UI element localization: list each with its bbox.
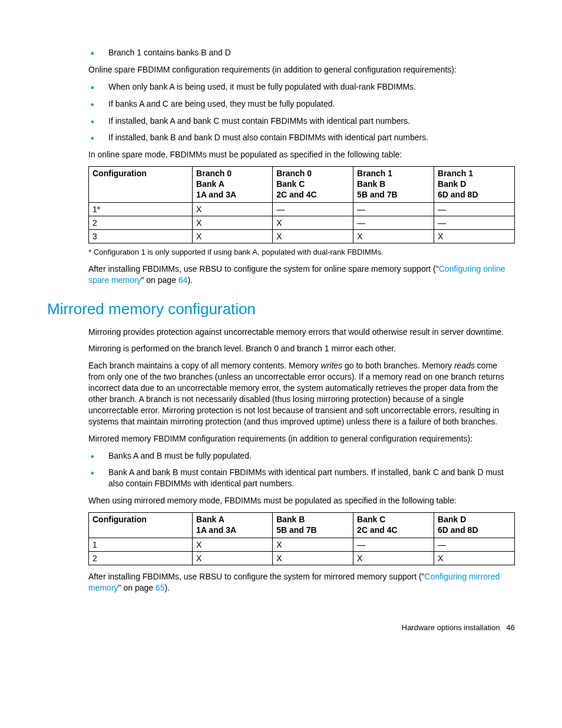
header-line: Bank C bbox=[276, 179, 349, 189]
table-cell: — bbox=[434, 538, 515, 552]
bullet-list: Branch 1 contains banks B and D bbox=[88, 47, 515, 58]
content-block: Mirroring provides protection against un… bbox=[88, 327, 515, 594]
table-header: Bank D 6D and 8D bbox=[434, 513, 515, 538]
table-cell: X bbox=[273, 538, 353, 552]
header-line: Bank B bbox=[357, 179, 430, 189]
table-cell: 1 bbox=[89, 538, 193, 552]
text: After installing FBDIMMs, use RBSU to co… bbox=[88, 264, 439, 274]
online-spare-table: Configuration Branch 0 Bank A 1A and 3A … bbox=[88, 166, 515, 243]
list-item: Bank A and bank B must contain FBDIMMs w… bbox=[88, 467, 515, 489]
header-line: 5B and 7B bbox=[357, 190, 430, 199]
paragraph: Online spare FBDIMM configuration requir… bbox=[88, 64, 515, 75]
header-line: Bank B bbox=[276, 515, 349, 524]
table-cell: 2 bbox=[89, 552, 193, 565]
text: " on page bbox=[118, 583, 156, 592]
bullet-list: When only bank A is being used, it must … bbox=[88, 81, 515, 144]
table-cell: X bbox=[434, 552, 515, 565]
list-item: If installed, bank B and bank D must als… bbox=[88, 132, 515, 143]
text: ). bbox=[187, 275, 193, 285]
page-ref-link[interactable]: 64 bbox=[178, 275, 188, 285]
table-cell: X bbox=[273, 230, 353, 243]
table-row: 1* X — — — bbox=[89, 203, 515, 216]
list-item: Branch 1 contains banks B and D bbox=[88, 47, 515, 58]
table-header: Branch 0 Bank A 1A and 3A bbox=[193, 167, 273, 203]
table-cell: 3 bbox=[89, 230, 193, 243]
table-cell: 1* bbox=[89, 203, 193, 216]
italic-text: reads bbox=[454, 361, 475, 370]
header-line: Branch 1 bbox=[357, 169, 430, 178]
page-footer: Hardware options installation 46 bbox=[47, 623, 515, 632]
paragraph: In online spare mode, FBDIMMs must be po… bbox=[88, 149, 515, 160]
bullet-list: Banks A and B must be fully populated. B… bbox=[88, 450, 515, 490]
table-header: Branch 1 Bank B 5B and 7B bbox=[353, 167, 434, 203]
document-page: Branch 1 contains banks B and D Online s… bbox=[0, 0, 562, 655]
text: " on page bbox=[141, 275, 178, 285]
table-cell: — bbox=[273, 203, 353, 216]
table-cell: — bbox=[353, 538, 434, 552]
text: come from only one of the two branches (… bbox=[88, 361, 504, 426]
header-line: 6D and 8D bbox=[438, 190, 511, 199]
table-row: 2 X X X X bbox=[89, 552, 515, 565]
table-header: Branch 1 Bank D 6D and 8D bbox=[434, 167, 515, 203]
table-header: Configuration bbox=[89, 167, 193, 203]
table-cell: X bbox=[353, 230, 434, 243]
list-item: When only bank A is being used, it must … bbox=[88, 81, 515, 93]
paragraph: Each branch maintains a copy of all memo… bbox=[88, 360, 515, 427]
table-cell: — bbox=[434, 203, 515, 216]
table-header: Branch 0 Bank C 2C and 4C bbox=[273, 167, 353, 203]
table-header: Bank A 1A and 3A bbox=[193, 513, 273, 538]
paragraph: After installing FBDIMMs, use RBSU to co… bbox=[88, 571, 515, 594]
list-item: If installed, bank A and bank C must con… bbox=[88, 116, 515, 127]
table-cell: X bbox=[273, 552, 353, 565]
table-cell: X bbox=[193, 230, 273, 243]
text: ). bbox=[165, 583, 170, 592]
header-line: Bank A bbox=[196, 515, 269, 524]
table-cell: — bbox=[353, 203, 434, 216]
header-line: Bank A bbox=[196, 179, 269, 189]
table-header: Bank C 2C and 4C bbox=[353, 513, 434, 538]
table-cell: X bbox=[273, 216, 353, 230]
table-cell: X bbox=[193, 538, 273, 552]
table-cell: 2 bbox=[89, 216, 193, 230]
content-block: Branch 1 contains banks B and D Online s… bbox=[88, 47, 515, 286]
mirrored-memory-table: Configuration Bank A 1A and 3A Bank B 5B… bbox=[88, 512, 515, 565]
paragraph: Mirrored memory FBDIMM configuration req… bbox=[88, 433, 515, 444]
table-row: 1 X X — — bbox=[89, 538, 515, 552]
paragraph: After installing FBDIMMs, use RBSU to co… bbox=[88, 263, 515, 286]
text: Each branch maintains a copy of all memo… bbox=[88, 361, 321, 370]
text: After installing FBDIMMs, use RBSU to co… bbox=[88, 572, 425, 581]
paragraph: Mirroring is performed on the branch lev… bbox=[88, 343, 515, 354]
section-title-mirrored-memory: Mirrored memory configuration bbox=[47, 300, 515, 318]
list-item: If banks A and C are being used, they mu… bbox=[88, 98, 515, 110]
header-line: Configuration bbox=[92, 169, 189, 178]
table-cell: X bbox=[193, 216, 273, 230]
header-line: 1A and 3A bbox=[196, 525, 269, 535]
footer-section-text: Hardware options installation bbox=[402, 623, 500, 632]
header-line: 2C and 4C bbox=[357, 525, 430, 535]
header-line: 2C and 4C bbox=[276, 190, 349, 199]
header-line: Bank D bbox=[438, 515, 511, 524]
table-cell: — bbox=[353, 216, 434, 230]
header-line: 1A and 3A bbox=[196, 190, 269, 199]
header-line: Branch 0 bbox=[196, 169, 269, 178]
table-header: Bank B 5B and 7B bbox=[273, 513, 353, 538]
header-line: 5B and 7B bbox=[276, 525, 349, 535]
footer-page-number: 46 bbox=[507, 623, 515, 632]
header-line: Bank D bbox=[438, 179, 511, 189]
paragraph: Mirroring provides protection against un… bbox=[88, 327, 515, 338]
table-row: 3 X X X X bbox=[89, 230, 515, 243]
table-cell: X bbox=[434, 230, 515, 243]
table-header-row: Configuration Branch 0 Bank A 1A and 3A … bbox=[89, 167, 515, 203]
table-row: 2 X X — — bbox=[89, 216, 515, 230]
table-note: * Configuration 1 is only supported if u… bbox=[88, 247, 515, 258]
paragraph: When using mirrored memory mode, FBDIMMs… bbox=[88, 495, 515, 506]
table-header-row: Configuration Bank A 1A and 3A Bank B 5B… bbox=[89, 513, 515, 538]
header-line: 6D and 8D bbox=[438, 525, 511, 535]
italic-text: writes bbox=[321, 361, 343, 370]
table-cell: — bbox=[434, 216, 515, 230]
table-cell: X bbox=[353, 552, 434, 565]
page-ref-link[interactable]: 65 bbox=[156, 583, 165, 592]
header-line: Configuration bbox=[92, 515, 189, 524]
table-cell: X bbox=[193, 203, 273, 216]
table-cell: X bbox=[193, 552, 273, 565]
